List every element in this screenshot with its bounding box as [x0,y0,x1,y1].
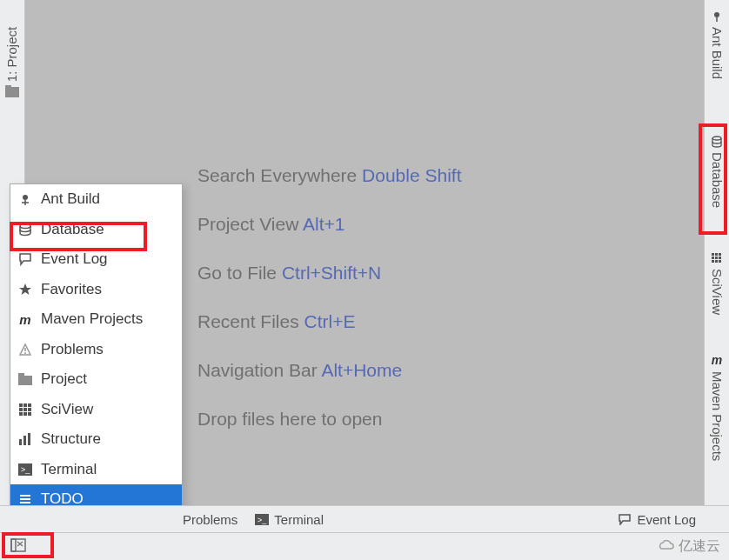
popup-item-label: SciView [41,401,93,418]
sciview-item[interactable]: SciView [10,395,182,425]
svg-rect-19 [23,412,27,416]
empty-hints: Search Everywhere Double Shift Project V… [197,151,462,443]
svg-rect-39 [715,260,718,263]
svg-point-2 [23,195,28,200]
svg-point-29 [714,12,719,17]
svg-point-31 [712,137,721,140]
svg-rect-38 [712,260,714,263]
svg-rect-23 [28,433,30,445]
structure-icon [17,431,33,447]
hint-recent-files: Recent Files Ctrl+E [197,297,462,346]
tool-windows-icon [10,538,26,555]
status-label: Terminal [274,512,324,527]
svg-rect-44 [11,539,16,551]
tool-windows-button[interactable] [9,537,28,557]
svg-rect-12 [19,403,23,407]
terminal-icon: >_ [17,462,33,477]
svg-rect-13 [23,403,27,407]
svg-rect-37 [719,257,721,259]
hint-navigation-bar: Navigation Bar Alt+Home [197,346,462,395]
hint-drop-files: Drop files here to open [197,395,462,443]
svg-rect-21 [19,439,22,445]
bottom-tool-bar: Problems >_ Terminal Event Log [0,505,729,532]
star-icon [17,282,33,297]
svg-rect-20 [28,412,31,416]
sidebar-label: Maven Projects [710,371,725,461]
status-item-problems[interactable]: Problems [174,506,246,532]
hint-project-view: Project View Alt+1 [197,200,462,249]
svg-rect-22 [23,436,26,445]
popup-item-label: Event Log [41,250,108,268]
hint-go-to-file: Go to File Ctrl+Shift+N [197,249,462,297]
ant-icon [17,191,33,207]
svg-rect-40 [719,260,721,263]
svg-text:>_: >_ [257,516,267,524]
ant-build-item[interactable]: Ant Build [10,184,182,215]
sidebar-project-label: 1: Project [4,21,19,89]
popup-item-label: Favorites [41,281,102,298]
editor-empty-state: Search Everywhere Double Shift Project V… [25,0,704,506]
terminal-icon: >_ [255,514,269,525]
svg-rect-35 [712,257,714,259]
sidebar-label: Ant Build [710,27,725,79]
watermark-text: 亿速云 [679,537,720,556]
popup-item-label: Terminal [41,461,97,478]
speech-bubble-icon [17,251,33,267]
status-strip: 亿速云 [0,532,729,560]
favorites-item[interactable]: Favorites [10,275,182,305]
svg-point-9 [24,352,26,354]
status-label: Event Log [637,512,696,527]
speech-bubble-icon [618,513,632,525]
popup-item-label: Ant Build [41,190,100,208]
grid-icon [711,252,723,264]
svg-rect-36 [715,257,718,259]
svg-text:>_: >_ [21,465,30,474]
status-label: Problems [183,512,237,527]
database-icon [711,136,723,148]
right-tool-gutter: Ant Build Database SciView m Maven Proje… [704,0,729,506]
terminal-item[interactable]: >_ Terminal [10,455,182,485]
cloud-icon [656,538,675,556]
sidebar-item-maven[interactable]: m Maven Projects [705,348,729,461]
svg-rect-32 [712,253,714,256]
svg-rect-11 [18,373,24,377]
sidebar-item-ant-build[interactable]: Ant Build [705,5,729,79]
folder-icon [17,371,33,387]
sidebar-label: Database [710,152,725,208]
hint-search-everywhere: Search Everywhere Double Shift [197,151,462,200]
sidebar-item-database[interactable]: Database [705,130,729,208]
sidebar-item-project[interactable]: 1: Project [0,5,24,101]
svg-rect-17 [28,408,31,411]
project-item[interactable]: Project [10,364,182,395]
maven-icon: m [17,311,33,327]
sidebar-item-sciview[interactable]: SciView [705,247,729,315]
maven-icon: m [712,353,722,367]
watermark: 亿速云 [656,537,720,556]
svg-rect-34 [719,253,721,256]
status-item-terminal[interactable]: >_ Terminal [246,506,332,532]
svg-rect-15 [19,408,23,411]
event-log-item[interactable]: Event Log [10,244,182,275]
maven-projects-item[interactable]: m Maven Projects [10,304,182,335]
structure-item[interactable]: Structure [10,424,182,455]
svg-rect-10 [18,376,32,385]
svg-marker-6 [19,283,31,295]
sidebar-label: SciView [710,269,725,315]
popup-item-label: Maven Projects [41,310,143,328]
svg-point-5 [20,223,30,228]
problems-item[interactable]: Problems [10,335,182,365]
status-item-event-log[interactable]: Event Log [609,506,705,532]
popup-item-label: Project [41,370,87,388]
database-item[interactable]: Database [10,215,182,245]
svg-rect-18 [19,412,23,416]
grid-icon [17,402,33,417]
ant-icon [711,10,723,23]
database-icon [17,222,33,237]
tool-window-popup: Ant Build Database Event Log Favorites m… [10,183,183,525]
popup-item-label: Database [41,221,104,238]
svg-rect-33 [715,253,718,256]
warning-icon [17,342,33,357]
svg-rect-16 [23,408,27,411]
popup-item-label: Structure [41,430,101,448]
svg-rect-14 [28,403,31,407]
